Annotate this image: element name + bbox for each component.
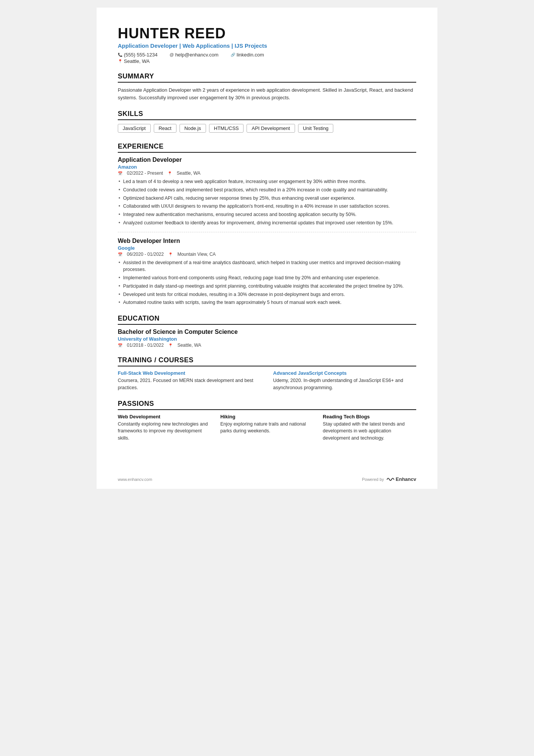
skill-javascript: JavaScript (118, 124, 151, 133)
candidate-title: Application Developer | Web Applications… (118, 42, 416, 49)
phone-number: (555) 555-1234 (124, 52, 158, 58)
bullet-item: Conducted code reviews and implemented b… (118, 186, 416, 194)
training-desc-1: Coursera, 2021. Focused on MERN stack de… (118, 377, 261, 391)
location-contact: Seattle, WA (118, 58, 150, 64)
linkedin-contact: linkedin.com (231, 52, 264, 58)
bullet-item: Automated routine tasks with scripts, sa… (118, 299, 416, 306)
contact-row-1: (555) 555-1234 help@enhancv.com linkedin… (118, 52, 416, 58)
edu-school: University of Washington (118, 336, 416, 342)
edu-degree: Bachelor of Science in Computer Science (118, 329, 416, 335)
bullet-item: Analyzed customer feedback to identify a… (118, 219, 416, 227)
education-title: EDUCATION (118, 315, 416, 325)
bullet-item: Assisted in the development of a real-ti… (118, 259, 416, 274)
cal-icon-1 (118, 171, 122, 175)
experience-title: EXPERIENCE (118, 142, 416, 153)
job-title-1: Application Developer (118, 157, 416, 163)
passion-item-3: Reading Tech Blogs Stay updated with the… (323, 414, 416, 442)
training-title: TRAINING / COURSES (118, 356, 416, 366)
job-location-2: Mountain View, CA (177, 252, 215, 257)
skill-react: React (154, 124, 176, 133)
summary-section: SUMMARY Passionate Application Developer… (118, 72, 416, 102)
cal-icon-2 (118, 252, 122, 257)
skills-list: JavaScript React Node.js HTML/CSS API De… (118, 124, 416, 134)
bullet-item: Collaborated with UX/UI designers to rev… (118, 203, 416, 210)
phone-contact: (555) 555-1234 (118, 52, 158, 58)
resume-page: HUNTER REED Application Developer | Web … (97, 8, 437, 489)
email-icon (170, 52, 174, 57)
location-icon-1 (167, 171, 172, 175)
link-icon (231, 52, 235, 57)
job-bullets-2: Assisted in the development of a real-ti… (118, 259, 416, 307)
location-text: Seattle, WA (124, 58, 150, 64)
bullet-item: Integrated new authentication mechanisms… (118, 211, 416, 218)
email-contact: help@enhancv.com (170, 52, 219, 58)
passion-desc-3: Stay updated with the latest trends and … (323, 421, 416, 442)
skill-nodejs: Node.js (180, 124, 206, 133)
bullet-item: Implemented various front-end components… (118, 274, 416, 282)
skills-section: SKILLS JavaScript React Node.js HTML/CSS… (118, 110, 416, 134)
skills-title: SKILLS (118, 110, 416, 120)
company-google: Google (118, 245, 416, 251)
job-dates-1: 02/2022 - Present (127, 171, 163, 176)
training-section: TRAINING / COURSES Full-Stack Web Develo… (118, 356, 416, 391)
job-dates-2: 06/2020 - 01/2022 (127, 252, 164, 257)
footer-brand: Powered by Enhancv (362, 476, 416, 482)
powered-by-text: Powered by (362, 477, 384, 482)
summary-title: SUMMARY (118, 72, 416, 83)
edu-cal-icon (118, 343, 122, 347)
passion-title-1: Web Development (118, 414, 211, 419)
enhancv-logo: Enhancv (386, 476, 416, 482)
edu-dates: 01/2018 - 01/2022 (127, 343, 164, 348)
job-meta-1: 02/2022 - Present Seattle, WA (118, 171, 416, 176)
passion-desc-2: Enjoy exploring nature trails and nation… (220, 421, 314, 435)
brand-name: Enhancv (396, 476, 416, 482)
passion-title-2: Hiking (220, 414, 314, 419)
passion-item-1: Web Development Constantly exploring new… (118, 414, 211, 442)
bullet-item: Participated in daily stand-up meetings … (118, 283, 416, 290)
footer-website: www.enhancv.com (118, 477, 152, 482)
passion-item-2: Hiking Enjoy exploring nature trails and… (220, 414, 314, 442)
skill-htmlcss: HTML/CSS (209, 124, 244, 133)
location-icon (118, 58, 122, 64)
edu-location: Seattle, WA (177, 343, 201, 348)
candidate-name: HUNTER REED (118, 26, 416, 42)
training-item-2: Advanced JavaScript Concepts Udemy, 2020… (273, 370, 416, 391)
edu-location-icon (168, 343, 173, 347)
email-address: help@enhancv.com (175, 52, 219, 58)
job-google: Web Developer Intern Google 06/2020 - 01… (118, 238, 416, 307)
bullet-item: Developed unit tests for critical module… (118, 291, 416, 298)
footer: www.enhancv.com Powered by Enhancv (118, 476, 416, 482)
passion-title-3: Reading Tech Blogs (323, 414, 416, 419)
passions-grid: Web Development Constantly exploring new… (118, 414, 416, 442)
company-amazon: Amazon (118, 164, 416, 170)
bullet-item: Optimized backend API calls, reducing se… (118, 195, 416, 202)
job-amazon: Application Developer Amazon 02/2022 - P… (118, 157, 416, 227)
training-item-1: Full-Stack Web Development Coursera, 202… (118, 370, 261, 391)
contact-row-2: Seattle, WA (118, 58, 416, 64)
education-section: EDUCATION Bachelor of Science in Compute… (118, 315, 416, 348)
skill-unit-testing: Unit Testing (298, 124, 334, 133)
job-bullets-1: Led a team of 4 to develop a new web app… (118, 178, 416, 227)
phone-icon (118, 52, 122, 57)
experience-section: EXPERIENCE Application Developer Amazon … (118, 142, 416, 306)
location-icon-2 (168, 252, 173, 257)
job-meta-2: 06/2020 - 01/2022 Mountain View, CA (118, 252, 416, 257)
job-location-1: Seattle, WA (176, 171, 200, 176)
edu-meta: 01/2018 - 01/2022 Seattle, WA (118, 343, 416, 348)
passions-title: PASSIONS (118, 400, 416, 410)
job-title-2: Web Developer Intern (118, 238, 416, 244)
experience-divider (118, 232, 416, 232)
passion-desc-1: Constantly exploring new technologies an… (118, 421, 211, 442)
summary-text: Passionate Application Developer with 2 … (118, 86, 416, 102)
training-title-2: Advanced JavaScript Concepts (273, 370, 416, 376)
enhancv-icon (386, 477, 395, 482)
linkedin-url: linkedin.com (237, 52, 264, 58)
skill-api: API Development (247, 124, 295, 133)
training-grid: Full-Stack Web Development Coursera, 202… (118, 370, 416, 391)
training-title-1: Full-Stack Web Development (118, 370, 261, 376)
bullet-item: Led a team of 4 to develop a new web app… (118, 178, 416, 185)
header: HUNTER REED Application Developer | Web … (118, 26, 416, 64)
training-desc-2: Udemy, 2020. In-depth understanding of J… (273, 377, 416, 391)
passions-section: PASSIONS Web Development Constantly expl… (118, 400, 416, 442)
